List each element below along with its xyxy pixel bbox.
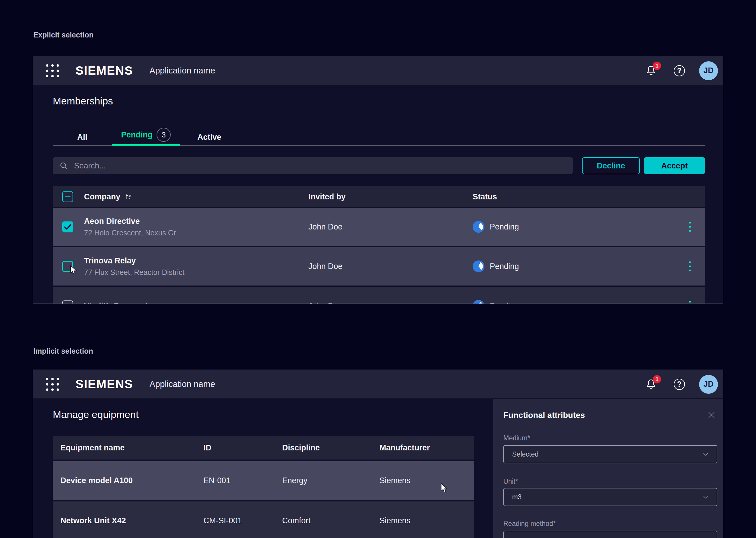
- status-label: Pending: [490, 222, 519, 232]
- company-name: Aeon Directive: [84, 217, 176, 226]
- membership-row-virelith-coreworks[interactable]: Virelith Coreworks John Doe Pending: [53, 287, 705, 304]
- select-all-checkbox[interactable]: [62, 191, 73, 202]
- row-checkbox-checked[interactable]: [62, 222, 73, 233]
- application-name: Application name: [149, 379, 215, 389]
- section-label-explicit: Explicit selection: [33, 31, 93, 39]
- row-checkbox-hovered[interactable]: [62, 261, 73, 272]
- field-label-medium: Medium*: [503, 434, 530, 442]
- memberships-content: Memberships All Pending 3 Active Decline…: [33, 85, 723, 303]
- search-field[interactable]: [53, 157, 573, 174]
- siemens-logo: SIEMENS: [76, 64, 133, 78]
- search-input[interactable]: [74, 161, 566, 171]
- company-address: 72 Holo Crescent, Nexus Gr: [84, 229, 176, 237]
- accept-button[interactable]: Accept: [644, 157, 705, 174]
- reading-method-select[interactable]: [503, 531, 717, 538]
- status-pending-icon: [473, 260, 484, 272]
- section-label-implicit: Implicit selection: [33, 347, 93, 355]
- memberships-window: SIEMENS Application name 1 JD Membership…: [33, 56, 723, 304]
- sort-ascending-icon[interactable]: [125, 192, 133, 201]
- application-name: Application name: [149, 66, 215, 76]
- equipment-row-device-model-a100[interactable]: Device model A100 EN-001 Energy Siemens: [53, 461, 474, 500]
- app-header: SIEMENS Application name 1 JD: [33, 370, 723, 399]
- avatar[interactable]: JD: [699, 375, 718, 394]
- page-title: Memberships: [53, 95, 113, 107]
- invited-by-value: John Doe: [308, 247, 343, 286]
- panel-title: Functional attributes: [503, 410, 585, 420]
- row-menu-kebab-icon[interactable]: [687, 260, 693, 273]
- medium-select-value: Selected: [512, 451, 701, 458]
- column-header-equipment-name[interactable]: Equipment name: [61, 436, 125, 459]
- company-address: 77 Flux Street, Reactor District: [84, 268, 184, 277]
- notifications-button[interactable]: 1: [645, 65, 657, 77]
- tab-active[interactable]: Active: [187, 133, 232, 142]
- decline-button[interactable]: Decline: [582, 157, 640, 174]
- invited-by-value: John Doe: [308, 208, 343, 246]
- launchpad-icon[interactable]: [46, 378, 59, 391]
- row-checkbox[interactable]: [62, 300, 73, 304]
- equipment-row-network-unit-x42[interactable]: Network Unit X42 CM-SI-001 Comfort Sieme…: [53, 502, 474, 538]
- page-title: Manage equipment: [53, 409, 138, 420]
- status-pending-icon: [473, 300, 484, 304]
- invited-by-value: John Doe: [308, 287, 343, 304]
- launchpad-icon[interactable]: [46, 64, 59, 77]
- tab-pending[interactable]: Pending 3: [112, 128, 180, 142]
- chevron-down-icon: [701, 493, 710, 501]
- tab-bar: All Pending 3 Active: [53, 127, 705, 146]
- memberships-table-header: Company Invited by Status: [53, 186, 705, 207]
- equipment-window: SIEMENS Application name 1 JD Manage equ…: [33, 370, 723, 538]
- notification-badge: 1: [653, 62, 661, 70]
- column-header-id[interactable]: ID: [203, 436, 211, 459]
- field-label-reading-method: Reading method*: [503, 520, 556, 528]
- field-label-unit: Unit*: [503, 477, 518, 486]
- help-icon[interactable]: [674, 379, 685, 390]
- unit-select-value: m3: [512, 493, 701, 501]
- chevron-down-icon: [701, 450, 710, 458]
- column-header-manufacturer[interactable]: Manufacturer: [379, 436, 430, 459]
- functional-attributes-panel: Functional attributes Medium* Selected U…: [493, 399, 723, 538]
- status-label: Pending: [490, 262, 519, 271]
- equipment-content: Manage equipment Equipment name ID Disci…: [33, 399, 723, 538]
- membership-row-aeon-directive[interactable]: Aeon Directive 72 Holo Crescent, Nexus G…: [53, 208, 705, 246]
- check-icon: [62, 222, 73, 233]
- tab-pending-label: Pending: [121, 131, 153, 139]
- active-tab-underline: [112, 144, 180, 146]
- column-header-status[interactable]: Status: [473, 186, 497, 207]
- column-header-discipline[interactable]: Discipline: [282, 436, 320, 459]
- membership-row-trinova-relay[interactable]: Trinova Relay 77 Flux Street, Reactor Di…: [53, 247, 705, 286]
- help-icon[interactable]: [674, 65, 685, 77]
- equipment-table-header: Equipment name ID Discipline Manufacture…: [53, 436, 474, 459]
- search-icon: [59, 161, 68, 170]
- column-header-company[interactable]: Company: [84, 186, 133, 207]
- row-menu-kebab-icon[interactable]: [687, 299, 693, 304]
- status-pending-icon: [473, 221, 484, 233]
- status-label: Pending: [490, 301, 519, 304]
- notification-badge: 1: [653, 375, 661, 383]
- unit-select[interactable]: m3: [503, 488, 717, 506]
- avatar[interactable]: JD: [699, 61, 718, 80]
- close-icon[interactable]: [707, 410, 716, 419]
- tab-pending-count-badge: 3: [157, 128, 171, 142]
- column-header-invited-by[interactable]: Invited by: [308, 186, 346, 207]
- company-name: Trinova Relay: [84, 256, 184, 265]
- app-header: SIEMENS Application name 1 JD: [33, 56, 723, 85]
- siemens-logo: SIEMENS: [76, 377, 133, 391]
- company-name: Virelith Coreworks: [84, 301, 154, 304]
- notifications-button[interactable]: 1: [645, 378, 657, 391]
- medium-select[interactable]: Selected: [503, 445, 717, 463]
- row-menu-kebab-icon[interactable]: [687, 220, 693, 234]
- tab-all[interactable]: All: [64, 133, 101, 142]
